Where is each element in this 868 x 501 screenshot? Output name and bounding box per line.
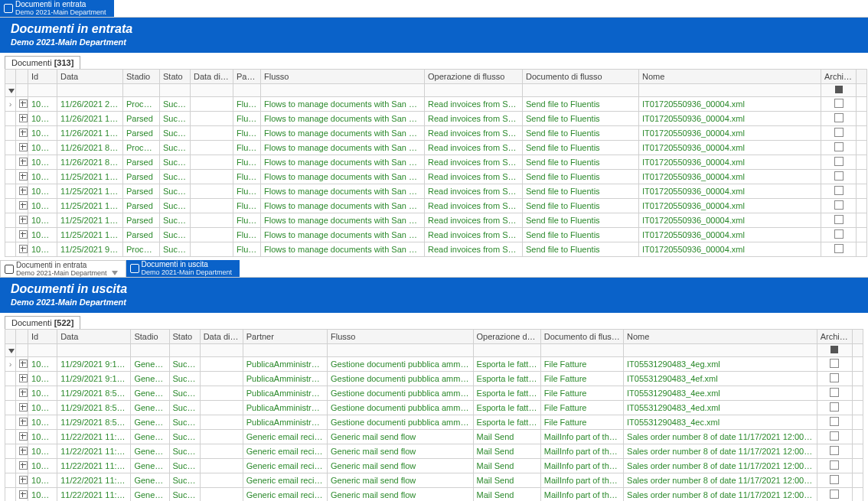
cell-archiviato[interactable] [817,401,852,415]
cell-archiviato[interactable] [817,372,852,386]
table-row[interactable]: 10555711/22/2021 11:29 AMGeneratedSucces… [5,430,863,444]
filter-partner[interactable] [233,84,261,97]
expand-button[interactable] [16,430,28,444]
cell-archiviato[interactable] [821,228,857,242]
cell-archiviato[interactable] [817,386,852,401]
col-stadio[interactable]: Stadio [131,330,169,344]
expand-button[interactable] [16,213,28,228]
table-row[interactable]: 10555311/22/2021 11:13 AMGeneratedSucces… [5,488,863,502]
col-data-invio[interactable]: Data di invio [200,330,243,344]
col-documento[interactable]: Documento di flusso [540,330,623,344]
expand-button[interactable] [16,97,28,112]
filter-archiviato-icon[interactable] [835,86,843,93]
cell-archiviato[interactable] [821,213,857,228]
table-row[interactable]: 10557911/26/2021 8:32 AMParsedSuccessFlu… [5,155,867,170]
cell-archiviato[interactable] [821,97,857,112]
col-archiviato[interactable]: Archiviato [821,70,857,84]
col-data-invio[interactable]: Data di invio [191,70,233,84]
filter-nome[interactable] [624,344,817,357]
col-operazione[interactable]: Operazione di flusso [473,330,540,344]
cell-archiviato[interactable] [821,199,857,213]
filter-id[interactable] [28,84,57,97]
table-row[interactable]: 10555411/22/2021 11:16 AMGeneratedSucces… [5,473,863,488]
expand-button[interactable] [16,126,28,141]
filter-doc[interactable] [540,344,623,357]
expand-button[interactable] [16,199,28,213]
expand-button[interactable] [16,242,28,257]
expand-button[interactable] [16,112,28,126]
table-row[interactable]: 10558111/26/2021 12:11 PMParsedSuccessFl… [5,126,867,141]
table-row[interactable]: ›10558311/26/2021 2:04 PMProcessedSucces… [5,97,867,112]
table-row[interactable]: 10558611/29/2021 8:58 AMGeneratedSuccess… [5,386,863,401]
expand-button[interactable] [16,184,28,199]
cell-archiviato[interactable] [821,242,857,257]
table-row[interactable]: 10558711/29/2021 9:10 AMGeneratedSuccess… [5,372,863,386]
table-row[interactable]: 10557511/25/2021 10:09 AMParsedSuccessFl… [5,213,867,228]
cell-archiviato[interactable] [821,126,857,141]
expand-button[interactable] [16,473,28,488]
col-flusso[interactable]: Flusso [261,70,425,84]
table-row[interactable]: 10555511/22/2021 11:21 AMGeneratedSucces… [5,459,863,473]
filter-doc[interactable] [523,84,639,97]
filter-stato[interactable] [160,84,191,97]
filter-op[interactable] [425,84,523,97]
filter-flusso[interactable] [261,84,425,97]
table-row[interactable]: 10558411/29/2021 8:50 AMGeneratedSuccess… [5,415,863,430]
expand-button[interactable] [16,459,28,473]
filter-nome[interactable] [639,84,821,97]
filter-data[interactable] [57,84,123,97]
col-expand[interactable] [16,70,28,84]
col-id[interactable]: Id [28,70,57,84]
filter-invio[interactable] [191,84,233,97]
cell-archiviato[interactable] [817,473,852,488]
expand-button[interactable] [16,488,28,502]
table-row[interactable]: 10557611/25/2021 10:13 AMParsedSuccessFl… [5,199,867,213]
col-partner[interactable]: Partner [233,70,261,84]
col-documento[interactable]: Documento di flusso [523,70,639,84]
cell-archiviato[interactable] [821,112,857,126]
grid-tab-documenti-bottom[interactable]: Documenti [522] [5,316,80,329]
col-rowselector[interactable] [5,70,16,84]
table-row[interactable]: 10557411/25/2021 10:07 AMParsedSuccessFl… [5,228,867,242]
pin-icon[interactable] [112,271,118,275]
cell-archiviato[interactable] [817,459,852,473]
filter-id[interactable] [28,344,57,357]
filter-op[interactable] [473,344,540,357]
col-stadio[interactable]: Stadio [123,70,160,84]
filter-stato[interactable] [169,344,200,357]
col-archiviato[interactable]: Archiviato [817,330,852,344]
tab-documenti-uscita[interactable]: Documenti in uscita Demo 2021-Main Depar… [126,260,240,277]
tab-documenti-entrata[interactable]: Documenti in entrata Demo 2021-Main Depa… [0,0,114,17]
col-partner[interactable]: Partner [243,330,327,344]
expand-button[interactable] [16,228,28,242]
col-flusso[interactable]: Flusso [328,330,474,344]
filter-stadio[interactable] [123,84,160,97]
cell-archiviato[interactable] [817,444,852,459]
col-stato[interactable]: Stato [160,70,191,84]
col-id[interactable]: Id [28,330,57,344]
expand-button[interactable] [16,415,28,430]
cell-archiviato[interactable] [821,155,857,170]
expand-button[interactable] [16,401,28,415]
table-row[interactable]: 10557311/25/2021 9:41 AMProcessedSuccess… [5,242,867,257]
col-data[interactable]: Data [57,70,123,84]
filter-invio[interactable] [200,344,243,357]
cell-archiviato[interactable] [821,170,857,184]
col-data[interactable]: Data [57,330,131,344]
expand-button[interactable] [16,372,28,386]
filter-data[interactable] [57,344,131,357]
expand-button[interactable] [16,141,28,155]
table-row[interactable]: 10557811/25/2021 10:27 AMParsedSuccessFl… [5,170,867,184]
cell-archiviato[interactable] [817,415,852,430]
col-nome[interactable]: Nome [624,330,817,344]
cell-archiviato[interactable] [821,141,857,155]
expand-button[interactable] [16,386,28,401]
expand-button[interactable] [16,357,28,372]
grid-tab-documenti[interactable]: Documenti [313] [5,56,80,69]
filter-stadio[interactable] [131,344,169,357]
col-stato[interactable]: Stato [169,330,200,344]
table-row[interactable]: 10558011/26/2021 8:40 AMProcessedSuccess… [5,141,867,155]
tab-documenti-entrata-2[interactable]: Documenti in entrata Demo 2021-Main Depa… [0,260,126,277]
filter-partner[interactable] [243,344,327,357]
table-row[interactable]: 10557711/25/2021 10:17 AMParsedSuccessFl… [5,184,867,199]
